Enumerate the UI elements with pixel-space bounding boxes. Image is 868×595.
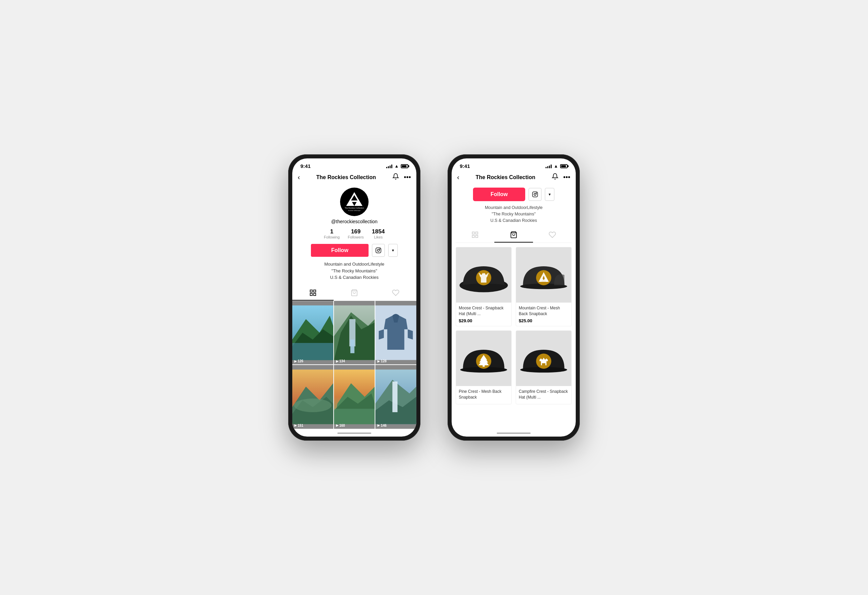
- phone-2: 9:41 ▲ ‹ The Rockies Collection •••: [447, 154, 580, 441]
- video-thumb-3[interactable]: ▶ 128: [375, 301, 416, 365]
- svg-point-9: [380, 249, 381, 249]
- product-name-4: Campfire Crest - Snapback Hat (Multi ...: [519, 389, 568, 400]
- product-grid: Moose Crest - Snapback Hat (Multi ... $2…: [456, 247, 572, 409]
- followers-count: 169: [351, 228, 360, 235]
- more-icon-1[interactable]: •••: [404, 173, 411, 181]
- instagram-button[interactable]: [372, 244, 385, 257]
- stat-likes: 1854 Likes: [372, 228, 385, 239]
- shop-follow-button[interactable]: Follow: [473, 188, 526, 201]
- video-count-1: ▶ 126: [294, 359, 303, 363]
- product-info-2: Mountain Crest - Mesh Back Snapback $25.…: [516, 303, 571, 326]
- following-label: Following: [324, 235, 340, 239]
- tab-videos[interactable]: [292, 286, 334, 300]
- status-time-2: 9:41: [460, 163, 470, 169]
- signal-icon-1: [386, 164, 392, 168]
- bio-text: Mountain and OutdoorLifestyle "The Rocky…: [324, 261, 384, 281]
- nav-actions-2: •••: [552, 173, 570, 182]
- status-bar-2: 9:41 ▲: [452, 158, 576, 170]
- phone-1-screen: 9:41 ▲ ‹ The Rockies Collection •••: [292, 158, 416, 437]
- shop-tab-likes[interactable]: [533, 228, 572, 243]
- svg-rect-40: [472, 232, 474, 234]
- avatar-image: The Rockies Collection Souvenir & Boutiq…: [341, 188, 368, 215]
- profile-tab-row: [292, 286, 416, 301]
- wifi-icon-2: ▲: [554, 163, 558, 169]
- shop-content: Follow ▾ Mountain and OutdoorLifestyle "…: [452, 184, 576, 437]
- username-label: @therockiescollection: [331, 219, 377, 224]
- follow-button[interactable]: Follow: [311, 244, 369, 257]
- battery-icon-1: [401, 164, 408, 168]
- back-button-1[interactable]: ‹: [298, 173, 300, 181]
- product-name-1: Moose Crest - Snapback Hat (Multi ...: [459, 305, 509, 317]
- shop-tab-row: [456, 228, 572, 243]
- video-thumb-5[interactable]: ▶ 160: [334, 365, 375, 429]
- svg-rect-18: [292, 343, 333, 360]
- nav-actions-1: •••: [392, 173, 411, 182]
- product-info-3: Pine Crest - Mesh Back Snapback: [456, 386, 511, 404]
- likes-label: Likes: [374, 235, 383, 239]
- svg-text:The Rockies Collection: The Rockies Collection: [344, 207, 364, 209]
- video-grid: ▶ 126 ▶ 134: [292, 301, 416, 429]
- video-count-4: ▶ 151: [294, 424, 303, 428]
- video-thumb-1[interactable]: ▶ 126: [292, 301, 333, 365]
- likes-count: 1854: [372, 228, 385, 235]
- product-card-1[interactable]: Moose Crest - Snapback Hat (Multi ... $2…: [456, 247, 512, 326]
- product-img-4: [516, 331, 571, 386]
- video-count-3: ▶ 128: [377, 359, 387, 363]
- phone-2-screen: 9:41 ▲ ‹ The Rockies Collection •••: [452, 158, 576, 437]
- product-name-3: Pine Crest - Mesh Back Snapback: [459, 389, 509, 400]
- product-card-2[interactable]: Mountain Crest - Mesh Back Snapback $25.…: [516, 247, 572, 326]
- following-count: 1: [330, 228, 333, 235]
- dropdown-button[interactable]: ▾: [388, 244, 398, 257]
- svg-rect-62: [483, 365, 484, 367]
- video-count-6: ▶ 146: [377, 424, 387, 428]
- shop-bio-text: Mountain and OutdoorLifestyle "The Rocky…: [485, 204, 542, 223]
- wifi-icon-1: ▲: [394, 163, 399, 169]
- shop-action-row: Follow ▾: [456, 188, 572, 201]
- stat-followers: 169 Followers: [348, 228, 364, 239]
- shop-instagram-button[interactable]: [528, 188, 542, 201]
- svg-rect-13: [310, 293, 312, 295]
- svg-point-38: [534, 193, 536, 195]
- status-time-1: 9:41: [300, 163, 311, 169]
- page-title-2: The Rockies Collection: [476, 175, 535, 181]
- action-row: Follow ▾: [311, 244, 398, 257]
- product-card-4[interactable]: Campfire Crest - Snapback Hat (Multi ...: [516, 330, 572, 405]
- status-icons-1: ▲: [386, 163, 408, 169]
- shop-tab-videos[interactable]: [456, 228, 495, 243]
- signal-icon-2: [546, 164, 552, 168]
- phone-1: 9:41 ▲ ‹ The Rockies Collection •••: [288, 154, 421, 441]
- status-bar-1: 9:41 ▲: [292, 158, 416, 170]
- shop-dropdown-button[interactable]: ▾: [545, 188, 554, 201]
- bell-icon-1[interactable]: [392, 173, 399, 182]
- product-price-1: $29.00: [459, 318, 509, 323]
- nav-bar-2: ‹ The Rockies Collection •••: [452, 170, 576, 184]
- shop-tab-shop[interactable]: [495, 228, 533, 243]
- product-card-3[interactable]: Pine Crest - Mesh Back Snapback: [456, 330, 512, 405]
- product-info-1: Moose Crest - Snapback Hat (Multi ... $2…: [456, 303, 511, 326]
- svg-rect-23: [350, 339, 354, 353]
- bell-icon-2[interactable]: [552, 173, 558, 182]
- svg-rect-43: [472, 235, 474, 237]
- svg-rect-11: [314, 290, 316, 292]
- more-icon-2[interactable]: •••: [563, 173, 570, 181]
- svg-point-39: [536, 193, 537, 193]
- page-title-1: The Rockies Collection: [316, 175, 376, 181]
- battery-icon-2: [560, 164, 568, 168]
- video-thumb-6[interactable]: ▶ 146: [375, 365, 416, 429]
- video-thumb-4[interactable]: ▶ 151: [292, 365, 333, 429]
- video-thumb-2[interactable]: ▶ 134: [334, 301, 375, 365]
- svg-text:Souvenir & Boutique: Souvenir & Boutique: [348, 210, 361, 211]
- product-img-1: [456, 247, 511, 303]
- back-button-2[interactable]: ‹: [457, 173, 459, 181]
- svg-rect-42: [476, 235, 478, 237]
- svg-rect-41: [476, 232, 478, 234]
- status-icons-2: ▲: [546, 163, 568, 169]
- svg-rect-12: [314, 293, 316, 295]
- tab-shop[interactable]: [334, 286, 375, 300]
- profile-content: The Rockies Collection Souvenir & Boutiq…: [292, 184, 416, 437]
- product-name-2: Mountain Crest - Mesh Back Snapback: [519, 305, 568, 317]
- product-img-3: [456, 331, 511, 386]
- svg-point-28: [294, 398, 332, 412]
- stat-following: 1 Following: [324, 228, 340, 239]
- tab-likes[interactable]: [375, 286, 416, 300]
